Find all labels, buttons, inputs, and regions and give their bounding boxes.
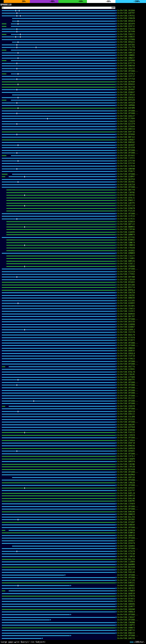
hit-row[interactable]: UniRef100_UPI000... [0,363,146,366]
hit-row[interactable]: UniRef100_B7QLY8 [0,371,146,374]
hit-row[interactable]: UniRef100_A0D6R6 [0,603,146,606]
hit-label[interactable]: UniRef100_B5DGL3 [117,600,146,603]
hit-bar[interactable] [0,294,117,297]
hit-label[interactable]: UniRef100_UPI000... [117,484,146,487]
hit-bar[interactable] [0,526,117,529]
hit-label[interactable]: UniRef100_Q75T48 [117,160,146,162]
hit-label[interactable]: UniRef100_Q4UHH3 [117,545,146,548]
hit-label[interactable]: UniRef100_B8NG94 [117,297,146,300]
hit-label[interactable]: UniRef100_Q65XP4 [117,22,146,25]
hit-row[interactable]: UniRef100_Q293X5 [0,487,146,490]
hit-row[interactable]: UniRef100_Q4P7R7 [0,12,146,15]
hit-row[interactable]: UniRef100_UPI000... [0,484,146,487]
hit-bar[interactable] [0,81,117,84]
hit-bar[interactable] [0,289,117,292]
hit-label[interactable]: UniRef100_UPI000... [117,186,146,189]
hit-row[interactable]: UniRef100_C5VQ29 [0,120,146,123]
hit-row[interactable]: UniRef100_P14126 [0,210,146,213]
hit-row[interactable]: UniRef100_C7YPE5 [0,273,146,276]
hit-row[interactable]: UniRef100_A1YE31 [0,218,146,220]
hit-label[interactable]: UniRef100_C1C1X9 [117,579,146,582]
hit-row[interactable]: UniRef100_B0BM43 [0,226,146,228]
hit-row[interactable]: UniRef100_B4M7C6 [0,495,146,498]
hit-bar[interactable] [0,136,117,139]
hit-label[interactable]: UniRef100_B9S0C8 [117,20,146,22]
hit-row[interactable]: UniRef100_Q6F1J2 [0,223,146,226]
hit-row[interactable]: UniRef100_B8M1I6 [0,260,146,263]
hit-bar[interactable] [0,482,117,484]
hit-row[interactable]: UniRef100_B3LZ56 [0,516,146,518]
hit-bar[interactable] [0,402,117,405]
hit-label[interactable]: UniRef100_C9SK53 [117,308,146,310]
hit-label[interactable]: UniRef100_C4R6Z0 [117,482,146,484]
hit-row[interactable]: UniRef100_UPI000... [0,381,146,384]
hit-bar[interactable] [0,595,117,598]
hit-row[interactable]: UniRef100_UPI000... [0,400,146,402]
hit-bar[interactable] [0,563,117,566]
hit-row[interactable]: UniRef100_Q4PB20 [0,447,146,450]
hit-bar[interactable] [0,624,117,627]
hit-row[interactable]: UniRef100_Q67A90 [0,30,146,33]
hit-bar[interactable] [0,344,117,347]
hit-bar[interactable] [0,128,117,131]
hit-label[interactable]: UniRef100_C4PLE8 [117,466,146,468]
hit-row[interactable]: UniRef100_UPI000... [0,471,146,474]
hit-label[interactable]: UniRef100_Q08639 [117,534,146,537]
hit-bar[interactable] [0,141,117,144]
hit-row[interactable]: UniRef100_B3NM16 [0,532,146,534]
hit-label[interactable]: UniRef100_A7SCQ8 [117,553,146,556]
hit-row[interactable]: UniRef100_B7FF74 [0,62,146,65]
hit-row[interactable]: UniRef100_C4Q1N6 [0,463,146,466]
hit-bar[interactable] [0,197,117,200]
hit-row[interactable]: UniRef100_Q4KT15 [0,630,146,632]
hit-row[interactable]: UniRef100_A7SCQ8 [0,553,146,556]
hit-row[interactable]: UniRef100_Q389L3 [0,328,146,331]
hit-label[interactable]: UniRef100_Q91V36 [117,321,146,324]
hit-label[interactable]: UniRef100_Q8MJF0 [117,460,146,463]
hit-bar[interactable] [0,41,117,44]
hit-label[interactable]: UniRef100_Q583E3 [117,96,146,99]
hit-bar[interactable] [0,619,117,622]
hit-row[interactable]: UniRef100_Q4ALE7 [0,115,146,118]
hit-bar[interactable] [0,410,117,413]
hit-bar[interactable] [0,38,117,41]
hit-label[interactable]: UniRef100_B5S3D6 [117,284,146,286]
hit-row[interactable]: UniRef100_B4GLH0 [0,497,146,500]
hit-bar[interactable] [0,118,117,120]
hit-label[interactable]: UniRef100_Q51U50 [117,146,146,149]
hit-bar[interactable] [0,202,117,205]
hit-label[interactable]: UniRef100_B4KSX1 [117,582,146,584]
hit-row[interactable]: UniRef100_UPI000... [0,574,146,576]
hit-row[interactable]: UniRef100_A9TZB3 [0,44,146,46]
hit-bar[interactable] [0,14,117,17]
hit-bar[interactable] [0,571,117,574]
hit-label[interactable]: UniRef100_B0BM43 [117,226,146,228]
hit-row[interactable]: UniRef100_UPI000... [0,70,146,73]
hit-label[interactable]: UniRef100_Q2VC12 [117,25,146,28]
hit-label[interactable]: UniRef100_UPI000... [117,505,146,508]
hit-label[interactable]: UniRef100_C5PC06 [117,228,146,231]
hit-label[interactable]: UniRef100_Q4ALE7 [117,115,146,118]
hit-label[interactable]: UniRef100_A3LQR0 [117,416,146,418]
hit-label[interactable]: UniRef100_A9NZI7 [117,57,146,60]
hit-row[interactable]: UniRef100_B2YH38 [0,468,146,471]
hit-row[interactable]: UniRef100_C5KGU7 [0,616,146,619]
hit-row[interactable]: UniRef100_Q6BEU5 [0,350,146,352]
hit-row[interactable]: UniRef100_Q8MJF0 [0,460,146,463]
hit-row[interactable]: UniRef100_UPI000... [0,173,146,176]
hit-bar[interactable] [0,568,117,571]
hit-bar[interactable] [0,350,117,352]
hit-label[interactable]: UniRef100_B5S7J4 [117,286,146,289]
hit-bar[interactable] [0,112,117,115]
hit-bar[interactable] [0,242,117,244]
hit-label[interactable]: UniRef100_A9TZB3 [117,44,146,46]
hit-bar[interactable] [0,176,117,178]
hit-label[interactable]: UniRef100_Q4N8B2 [117,584,146,587]
hit-row[interactable]: UniRef100_UPI000... [0,548,146,550]
hit-bar[interactable] [0,139,117,142]
hit-label[interactable]: UniRef100_C5DLM1 [117,373,146,376]
hit-row[interactable]: UniRef100_A9JQR1 [0,305,146,308]
hit-bar[interactable] [0,260,117,263]
hit-bar[interactable] [0,450,117,452]
hit-bar[interactable] [0,286,117,289]
